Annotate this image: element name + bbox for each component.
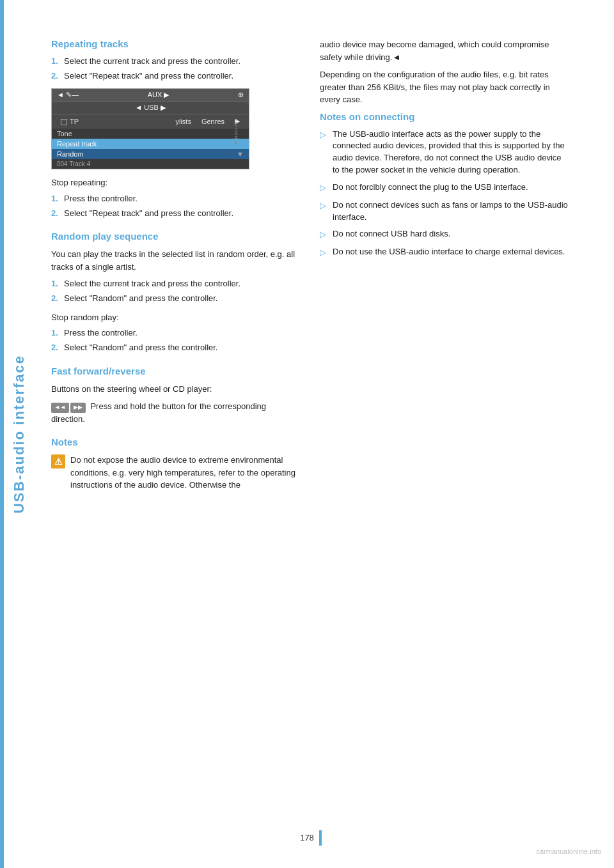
ui-ylists-item: ylists (170, 116, 196, 127)
step-num: 1. (51, 278, 60, 290)
list-item: 2. Select "Random" and press the control… (51, 293, 301, 304)
ui-track-row: 004 Track 4 (52, 159, 249, 169)
ui-usb-bar: ◄ USB ▶ (52, 102, 249, 114)
notes-with-icon: ⚠ Do not expose the audio device to extr… (51, 454, 301, 492)
ui-screenshot: ◄ ✎— AUX ▶ ⊕ ◄ USB ▶ TP (51, 88, 249, 169)
list-item: 1. Press the controller. (51, 327, 301, 339)
step-text: Select the current track and press the c… (64, 278, 240, 290)
step-text: Select "Repeat track" and press the cont… (64, 70, 233, 82)
step-num: 2. (51, 70, 60, 82)
step-num: 1. (51, 56, 60, 67)
ui-random-row: Random ▼ (52, 149, 249, 159)
step-num: 1. (51, 327, 60, 339)
step-num: 2. (51, 208, 60, 219)
list-item: 1. Select the current track and press th… (51, 278, 301, 290)
list-item: 2. Select "Random" and press the control… (51, 342, 301, 353)
ui-screenshot-wrap: ◄ ✎— AUX ▶ ⊕ ◄ USB ▶ TP (51, 88, 249, 174)
bullet-text: Do not forcibly connect the plug to the … (333, 182, 528, 194)
notes-warning-text: Do not expose the audio device to extrem… (70, 454, 301, 492)
page-bar (319, 830, 322, 846)
ui-tone-label: Tone (57, 130, 72, 137)
stop-random-label: Stop random play: (51, 311, 301, 324)
ui-settings-icon: ⊕ (238, 91, 244, 99)
notes-bullets-list: ▷ The USB-audio interface acts as the po… (320, 128, 569, 260)
bullet-arrow-icon: ▷ (320, 129, 327, 141)
left-column: Repeating tracks 1. Select the current t… (51, 38, 301, 830)
notes-heading: Notes (51, 437, 301, 447)
page-container: USB-audio interface Repeating tracks 1. … (0, 0, 614, 868)
step-num: 1. (51, 193, 60, 205)
step-text: Select "Random" and press the controller… (64, 342, 217, 353)
sidebar: USB-audio interface (0, 0, 38, 868)
bullet-arrow-icon: ▷ (320, 182, 327, 194)
bullet-arrow-icon: ▷ (320, 247, 327, 259)
random-play-section: Random play sequence You can play the tr… (51, 231, 301, 353)
random-play-heading: Random play sequence (51, 231, 301, 242)
fast-forward-heading: Fast forward/reverse (51, 366, 301, 376)
repeating-tracks-section: Repeating tracks 1. Select the current t… (51, 38, 301, 219)
step-num: 2. (51, 293, 60, 304)
ui-random-arrow: ▼ (237, 150, 244, 158)
ff-fwd-btn: ▶▶ (70, 403, 86, 413)
second-para: Depending on the configuration of the au… (320, 68, 569, 106)
notes-on-connecting-heading: Notes on connecting (320, 111, 569, 122)
ui-tp-checkbox (61, 119, 67, 125)
list-item: 2. Select "Repeat track" and press the c… (51, 208, 301, 219)
watermark: carmanualonline.info (536, 848, 601, 855)
bullet-text: Do not use the USB-audio interface to ch… (333, 246, 565, 258)
list-item: 1. Press the controller. (51, 193, 301, 205)
step-num: 2. (51, 342, 60, 353)
random-play-intro: You can play the tracks in the selected … (51, 248, 301, 273)
ui-watermark: carmedia (233, 118, 239, 144)
right-continuation: audio device may become damaged, which c… (320, 38, 569, 63)
warning-icon: ⚠ (51, 454, 65, 469)
list-item: ▷ Do not forcibly connect the plug to th… (320, 182, 569, 194)
ui-track-label: 004 Track 4 (57, 160, 90, 167)
back-symbol: ◄ (392, 52, 400, 62)
ui-tone-row: Tone (52, 128, 249, 139)
stop-random-steps: 1. Press the controller. 2. Select "Rand… (51, 327, 301, 353)
ff-back-btn: ◄◄ (51, 403, 69, 413)
stop-repeating-label: Stop repeating: (51, 176, 301, 189)
ui-top-bar: ◄ ✎— AUX ▶ ⊕ (52, 89, 249, 102)
list-item: ▷ The USB-audio interface acts as the po… (320, 128, 569, 176)
bullet-text: The USB-audio interface acts as the powe… (333, 128, 569, 176)
bullet-text: Do not connect USB hard disks. (333, 228, 450, 240)
ui-usb-left: ◄ USB ▶ (135, 104, 166, 112)
list-item: ▷ Do not use the USB-audio interface to … (320, 246, 569, 259)
stop-repeating-steps: 1. Press the controller. 2. Select "Repe… (51, 193, 301, 219)
list-item: ▷ Do not connect devices such as fans or… (320, 199, 569, 224)
list-item: ▷ Do not connect USB hard disks. (320, 228, 569, 241)
ui-aux-label: AUX ▶ (148, 91, 169, 99)
list-item: 2. Select "Repeat track" and press the c… (51, 70, 301, 82)
ui-tp-item: TP (56, 116, 84, 127)
ui-repeat-label: Repeat track (57, 140, 97, 148)
bullet-text: Do not connect devices such as fans or l… (333, 199, 569, 224)
step-text: Press the controller. (64, 327, 138, 339)
page-number: 178 (300, 833, 314, 842)
list-item: 1. Select the current track and press th… (51, 56, 301, 67)
sidebar-label: USB-audio interface (11, 355, 28, 513)
continuation-text: audio device may become damaged, which c… (320, 40, 549, 62)
ui-genres-item: Genres (196, 116, 230, 127)
notes-on-connecting-section: Notes on connecting ▷ The USB-audio inte… (320, 111, 569, 260)
bullet-arrow-icon: ▷ (320, 229, 327, 241)
step-text: Press the controller. (64, 193, 138, 205)
ff-buttons: ◄◄ ▶▶ (51, 403, 86, 413)
fast-forward-desc: ◄◄ ▶▶ Press and hold the button for the … (51, 400, 301, 425)
right-column: audio device may become damaged, which c… (320, 38, 569, 830)
ui-menu-bar: TP ylists Genres ▶ (52, 114, 249, 128)
ui-repeat-row: Repeat track (52, 139, 249, 149)
step-text: Select "Repeat track" and press the cont… (64, 208, 233, 219)
bullet-arrow-icon: ▷ (320, 200, 327, 212)
ui-random-label: Random (57, 150, 84, 158)
main-content: Repeating tracks 1. Select the current t… (38, 0, 614, 868)
ui-back-arrow: ◄ ✎— (57, 91, 79, 99)
step-text: Select "Random" and press the controller… (64, 293, 217, 304)
repeating-steps-list: 1. Select the current track and press th… (51, 56, 301, 82)
random-steps-list: 1. Select the current track and press th… (51, 278, 301, 304)
fast-forward-intro: Buttons on the steering wheel or CD play… (51, 383, 301, 396)
fast-forward-section: Fast forward/reverse Buttons on the stee… (51, 366, 301, 426)
step-text: Select the current track and press the c… (64, 56, 240, 67)
repeating-tracks-heading: Repeating tracks (51, 38, 301, 49)
